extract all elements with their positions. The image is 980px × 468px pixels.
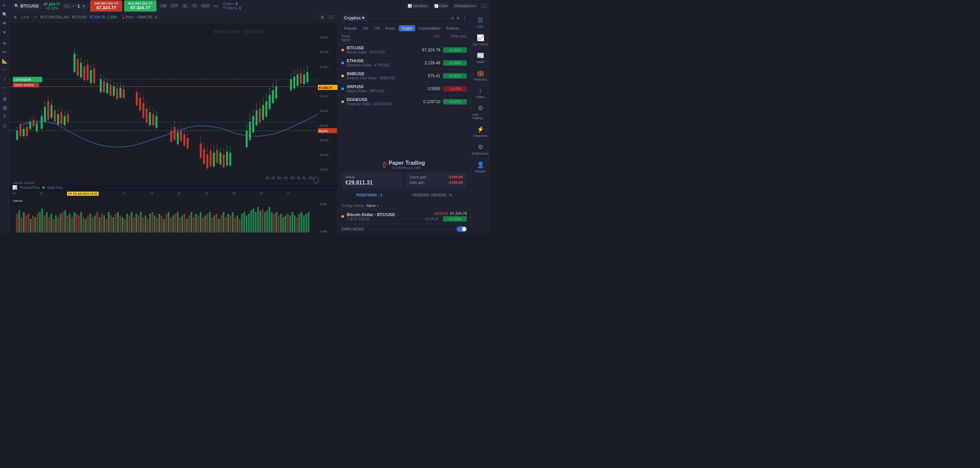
layers-tool[interactable]: ▤ xyxy=(1,103,9,111)
sorting-direction[interactable]: ↑ xyxy=(381,204,382,208)
add-indicator-icon[interactable]: ☰ xyxy=(154,15,158,19)
sl-button[interactable]: SL xyxy=(181,3,189,9)
oco-button[interactable]: OCO xyxy=(200,3,212,9)
col-ticker-header: Ticker Name xyxy=(341,34,409,42)
svg-rect-177 xyxy=(18,210,20,232)
ts-button[interactable]: TS xyxy=(190,3,199,9)
sorting-chevron[interactable]: ▾ xyxy=(377,204,379,208)
svg-rect-176 xyxy=(16,214,18,232)
tf-1m[interactable]: 1m xyxy=(283,176,288,180)
sidebar-auto-trading-btn[interactable]: ⚙ Auto Trading xyxy=(471,102,490,123)
svg-rect-292 xyxy=(282,217,284,232)
wave-tool[interactable]: 〰 xyxy=(1,66,9,74)
col-var-header: %Var yest. xyxy=(440,34,467,42)
tf-1y[interactable]: 1y xyxy=(297,176,301,180)
text-tool[interactable]: T xyxy=(1,112,9,121)
buy-button[interactable]: Buy ($67,324.77) 67,324.77 xyxy=(124,0,156,11)
settings-icon-btn[interactable]: ⚙ xyxy=(12,15,18,19)
pending-orders[interactable]: PENDING ORDERS : 0 xyxy=(412,193,452,197)
candlestick-chart: 68,500 68,000 67,500 67,324.77 67,000 66… xyxy=(10,22,337,184)
trend-tool[interactable]: 📐 xyxy=(1,57,9,65)
paper-subtitle: by PROREALE TIME xyxy=(388,166,425,169)
chart-settings-btn[interactable]: ⚙ xyxy=(319,14,326,20)
lim-button[interactable]: LIM xyxy=(159,3,169,9)
search-tool[interactable]: 🔍 xyxy=(1,10,9,18)
sma-indicator[interactable]: ━ SMA (20) xyxy=(135,15,153,19)
sidebar-orders-btn[interactable]: ↕ Orders xyxy=(471,84,490,102)
tf-5y[interactable]: 5y xyxy=(302,176,306,180)
ticker-price-block: 67,324.77 +2.33% xyxy=(43,2,60,10)
toolbar-divider-2 xyxy=(2,93,8,93)
svg-rect-211 xyxy=(96,212,98,232)
svg-rect-194 xyxy=(57,217,59,232)
tab-futures[interactable]: Futures xyxy=(444,25,462,31)
qty-plus[interactable]: + xyxy=(82,4,85,8)
pencil-tool[interactable]: ✏ xyxy=(1,48,9,56)
cryptos-dropdown[interactable]: Cryptos ▾ xyxy=(341,14,367,21)
svg-rect-288 xyxy=(273,214,275,232)
watchlist-item[interactable]: BNBUSD Binance Coin Dollar - BNB/USD 575… xyxy=(338,69,470,82)
add-list-icon[interactable]: + xyxy=(451,15,454,21)
fullscreen-button[interactable]: ⛶ xyxy=(480,3,488,9)
tf-3m[interactable]: 3m xyxy=(290,176,295,180)
position-time-row: 16:19:18 +2.33% xyxy=(425,216,467,221)
chart-area[interactable]: 68,500 68,000 67,500 67,324.77 67,000 66… xyxy=(10,22,337,184)
more-list-icon[interactable]: ⋮ xyxy=(462,15,467,21)
buy-price: 67,324.77 xyxy=(128,5,153,10)
chart-expand-btn[interactable]: ⛶ xyxy=(327,14,335,20)
eraser-tool[interactable]: ◻ xyxy=(1,121,9,129)
sidebar-portfolios-btn[interactable]: 💼 Portfolios xyxy=(471,67,490,84)
chart-button[interactable]: 📈 Chart xyxy=(432,3,450,9)
cursor-tool[interactable]: ↖ xyxy=(1,2,9,10)
indicators-button[interactable]: 📊 Indicators xyxy=(406,3,430,9)
watchlist-item[interactable]: XRPUSD Ripple Dollar - XRP/USD 0.5895 -1… xyxy=(338,82,470,95)
watchlist-item[interactable]: ETHUSD Ethereum Dollar - ETH/USD 3,239.4… xyxy=(338,56,470,69)
positions-link[interactable]: POSITIONS : 1 xyxy=(356,193,382,197)
orders-label: Orders xyxy=(223,2,234,6)
workspaces-button[interactable]: Workspaces ▾ xyxy=(452,3,478,9)
svg-rect-229 xyxy=(138,215,140,232)
tab-uk[interactable]: UK xyxy=(360,25,371,31)
stp-button[interactable]: STP xyxy=(169,3,180,9)
crosshair-tool[interactable]: ✛ xyxy=(1,39,9,47)
sidebar-top-movers-btn[interactable]: 📈 Top movers xyxy=(471,31,490,49)
watchlist-item[interactable]: BTCUSD Bitcoin Dollar - BTC/USD 67,324.7… xyxy=(338,44,470,56)
news-label: News xyxy=(476,60,484,64)
tab-crypto[interactable]: Crypto xyxy=(399,25,415,31)
auto-trading-label: Auto Trading xyxy=(472,113,488,120)
tab-commodities[interactable]: Commodities xyxy=(416,25,443,31)
compare-icon[interactable]: 〜 xyxy=(32,14,38,20)
timeframe-selector[interactable]: 1 h ▾ xyxy=(20,15,30,19)
svg-rect-255 xyxy=(197,215,199,232)
sidebar-lists-btn[interactable]: ☰ Lists xyxy=(471,14,490,31)
tab-forex[interactable]: Forex xyxy=(383,25,398,31)
tf-10y[interactable]: 10y xyxy=(308,176,314,180)
item-fullname-4: Dogecoin Dollar - DOGE/USD xyxy=(347,102,410,106)
tf-1d[interactable]: 1d xyxy=(266,176,269,180)
tf-2d[interactable]: 2d xyxy=(271,176,275,180)
transform-tool[interactable]: ⊞ xyxy=(1,95,9,103)
sidebar-preferences-btn[interactable]: ⚙ Preferences xyxy=(471,140,490,158)
order-types: LIM STP SL TS OCO «» xyxy=(159,3,219,9)
horizontal-tool[interactable]: ─ xyxy=(1,83,9,92)
svg-rect-262 xyxy=(214,215,215,232)
tab-popular[interactable]: Popular xyxy=(341,25,360,31)
price-indicator[interactable]: ▲ Price xyxy=(121,15,134,19)
sell-button[interactable]: Sell ($67,324.77) 67,324.77 xyxy=(90,0,122,11)
sidebar-news-btn[interactable]: 📰 News xyxy=(471,49,490,67)
expand-icon[interactable]: «» xyxy=(213,3,218,9)
sidebar-support-btn[interactable]: 👤 Support xyxy=(471,158,490,176)
tab-us[interactable]: US xyxy=(372,25,382,31)
ticker-badge[interactable]: 🔍 BTCUSD xyxy=(11,2,41,10)
tf-1w[interactable]: 1w xyxy=(277,176,282,180)
visibility-tool[interactable]: 👁 xyxy=(1,19,9,27)
sort-list-icon[interactable]: ≡ xyxy=(457,15,460,21)
sidebar-advanced-btn[interactable]: ⚡ Advanced xyxy=(471,123,490,140)
watchlist-items[interactable]: BTCUSD Bitcoin Dollar - BTC/USD 67,324.7… xyxy=(338,44,470,156)
watchlist-item[interactable]: DOGEUSD Dogecoin Dollar - DOGE/USD 0.129… xyxy=(338,95,470,108)
line-tool[interactable]: / xyxy=(1,75,9,83)
qty-minus[interactable]: − xyxy=(73,4,75,8)
positions-row: POSITIONS : 1 PENDING ORDERS : 0 xyxy=(341,191,467,199)
dark-mode-switch[interactable] xyxy=(457,226,467,232)
down-arrow-tool[interactable]: ▾ xyxy=(1,28,9,36)
